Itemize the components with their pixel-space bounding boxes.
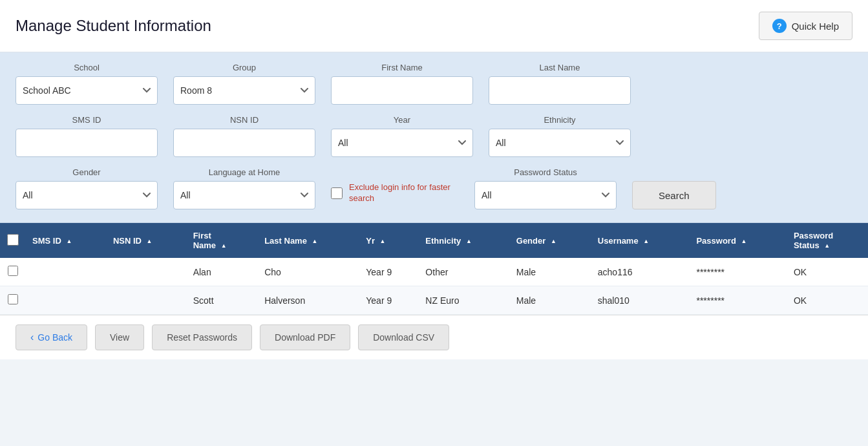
password-status-sort[interactable]: ▲ [824, 243, 830, 249]
nsn-id-label: NSN ID [173, 115, 315, 125]
group-filter-group: Group Room 8 [173, 63, 315, 105]
download-pdf-button[interactable]: Download PDF [260, 324, 350, 350]
results-table-container: SMS ID ▲ NSN ID ▲ FirstName ▲ [0, 223, 868, 315]
select-all-checkbox[interactable] [7, 234, 19, 246]
password-status-filter-group: Password Status All [474, 167, 617, 209]
go-back-button[interactable]: ‹ Go Back [16, 324, 87, 350]
filter-row-2: SMS ID NSN ID Year All Ethnicity All [16, 115, 852, 157]
exclude-login-label: Exclude login info for faster search [349, 182, 459, 204]
col-last-name: Last Name ▲ [258, 223, 359, 258]
col-ethnicity: Ethnicity ▲ [419, 223, 509, 258]
last-name-label: Last Name [489, 63, 631, 72]
cell-sms-id [26, 286, 107, 315]
group-label: Group [173, 63, 315, 72]
cell-ethnicity: Other [419, 258, 509, 286]
row-select-checkbox[interactable] [8, 266, 18, 276]
table-body: Alan Cho Year 9 Other Male acho116 *****… [0, 258, 868, 315]
col-sms-id: SMS ID ▲ [26, 223, 107, 258]
password-status-label: Password Status [474, 167, 617, 177]
col-password-status: PasswordStatus ▲ [787, 223, 868, 258]
cell-first-name: Scott [187, 286, 259, 315]
cell-year: Year 9 [359, 286, 419, 315]
sms-id-sort[interactable]: ▲ [66, 239, 72, 244]
gender-select[interactable]: All [16, 181, 158, 209]
cell-password: ******** [690, 286, 787, 315]
ethnicity-label: Ethnicity [489, 115, 631, 125]
first-name-label: First Name [331, 63, 473, 72]
cell-first-name: Alan [187, 258, 259, 286]
help-icon: ? [772, 19, 787, 33]
year-select[interactable]: All [331, 129, 473, 157]
download-csv-button[interactable]: Download CSV [358, 324, 449, 350]
first-name-sort[interactable]: ▲ [221, 243, 227, 249]
school-label: School [16, 63, 158, 72]
ethnicity-filter-group: Ethnicity All [489, 115, 631, 157]
table-header-row: SMS ID ▲ NSN ID ▲ FirstName ▲ [0, 223, 868, 258]
cell-username: acho116 [591, 258, 690, 286]
quick-help-label: Quick Help [792, 21, 839, 32]
gender-label: Gender [16, 167, 158, 177]
cell-password-status: OK [787, 258, 868, 286]
gender-sort[interactable]: ▲ [551, 239, 556, 244]
cell-ethnicity: NZ Euro [419, 286, 509, 315]
reset-passwords-button[interactable]: Reset Passwords [152, 324, 252, 350]
filter-panel: School School ABC Group Room 8 First Nam… [0, 52, 868, 223]
footer-bar: ‹ Go Back View Reset Passwords Download … [0, 315, 868, 359]
select-all-header [0, 223, 26, 258]
search-button[interactable]: Search [632, 181, 716, 209]
cell-nsn-id [107, 258, 187, 286]
exclude-login-checkbox[interactable] [331, 187, 343, 199]
first-name-filter-group: First Name [331, 63, 473, 105]
last-name-input[interactable] [489, 76, 631, 105]
username-sort[interactable]: ▲ [643, 239, 649, 244]
cell-gender: Male [510, 286, 591, 315]
table-row: Alan Cho Year 9 Other Male acho116 *****… [0, 258, 868, 286]
results-table: SMS ID ▲ NSN ID ▲ FirstName ▲ [0, 223, 868, 315]
cell-username: shal010 [591, 286, 690, 315]
filter-row-1: School School ABC Group Room 8 First Nam… [16, 63, 852, 105]
first-name-input[interactable] [331, 76, 473, 105]
password-sort[interactable]: ▲ [741, 239, 746, 244]
language-label: Language at Home [173, 167, 315, 177]
cell-password-status: OK [787, 286, 868, 315]
view-button[interactable]: View [95, 324, 144, 350]
group-select[interactable]: Room 8 [173, 76, 315, 105]
cell-last-name: Cho [258, 258, 359, 286]
filter-row-3: Gender All Language at Home All Exclude … [16, 167, 852, 209]
back-arrow-icon: ‹ [30, 332, 34, 343]
col-first-name: FirstName ▲ [187, 223, 259, 258]
search-button-group: Search [632, 181, 716, 209]
sms-id-input[interactable] [16, 129, 158, 157]
language-filter-group: Language at Home All [173, 167, 315, 209]
nsn-id-filter-group: NSN ID [173, 115, 315, 157]
school-select[interactable]: School ABC [16, 76, 158, 105]
cell-year: Year 9 [359, 258, 419, 286]
year-filter-group: Year All [331, 115, 473, 157]
row-select-checkbox[interactable] [8, 294, 18, 304]
nsn-id-sort[interactable]: ▲ [147, 239, 153, 244]
year-sort[interactable]: ▲ [380, 239, 386, 244]
col-username: Username ▲ [591, 223, 690, 258]
last-name-filter-group: Last Name [489, 63, 631, 105]
ethnicity-sort[interactable]: ▲ [466, 239, 472, 244]
sms-id-filter-group: SMS ID [16, 115, 158, 157]
cell-last-name: Halverson [258, 286, 359, 315]
ethnicity-select[interactable]: All [489, 129, 631, 157]
table-row: Scott Halverson Year 9 NZ Euro Male shal… [0, 286, 868, 315]
password-status-select[interactable]: All [474, 181, 617, 209]
col-nsn-id: NSN ID ▲ [107, 223, 187, 258]
row-checkbox-cell [0, 286, 26, 315]
col-gender: Gender ▲ [510, 223, 591, 258]
language-select[interactable]: All [173, 181, 315, 209]
quick-help-button[interactable]: ? Quick Help [759, 12, 852, 40]
exclude-login-group: Exclude login info for faster search [331, 182, 459, 209]
gender-filter-group: Gender All [16, 167, 158, 209]
nsn-id-input[interactable] [173, 129, 315, 157]
row-checkbox-cell [0, 258, 26, 286]
last-name-sort[interactable]: ▲ [312, 239, 318, 244]
year-label: Year [331, 115, 473, 125]
col-password: Password ▲ [690, 223, 787, 258]
page-header: Manage Student Information ? Quick Help [0, 0, 868, 52]
cell-password: ******** [690, 258, 787, 286]
school-filter-group: School School ABC [16, 63, 158, 105]
